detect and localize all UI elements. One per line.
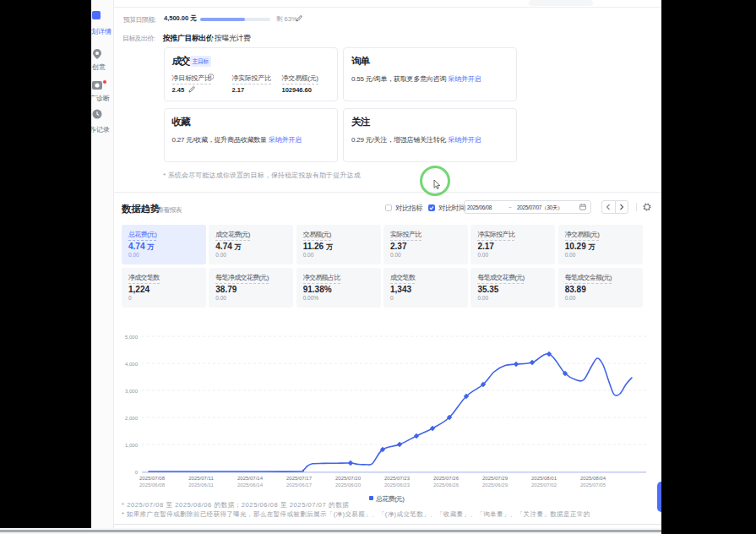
svg-text:0: 0	[135, 470, 139, 475]
svg-text:2025/07/20: 2025/07/20	[335, 476, 362, 481]
svg-text:2025/06/11: 2025/06/11	[188, 482, 214, 488]
svg-text:1,000: 1,000	[125, 443, 139, 448]
svg-text:2025/06/14: 2025/06/14	[237, 482, 264, 488]
svg-text:2025/07/08: 2025/07/08	[139, 476, 166, 481]
svg-text:2025/07/11: 2025/07/11	[188, 476, 214, 481]
svg-text:2025/06/08: 2025/06/08	[139, 482, 166, 488]
svg-text:2025/07/05: 2025/07/05	[580, 482, 606, 488]
svg-text:2025/06/26: 2025/06/26	[433, 482, 460, 488]
svg-text:2025/07/29: 2025/07/29	[482, 476, 509, 481]
svg-text:3,000: 3,000	[125, 389, 139, 394]
svg-text:2025/06/23: 2025/06/23	[384, 482, 411, 488]
svg-text:2025/06/17: 2025/06/17	[286, 482, 313, 488]
svg-text:总花费(元): 总花费(元)	[375, 495, 405, 503]
svg-text:2025/06/20: 2025/06/20	[335, 482, 362, 488]
svg-text:2,000: 2,000	[125, 416, 139, 421]
svg-text:2025/07/26: 2025/07/26	[433, 476, 460, 481]
svg-text:2025/07/02: 2025/07/02	[531, 482, 557, 488]
svg-text:2025/07/14: 2025/07/14	[237, 476, 264, 481]
svg-text:4,000: 4,000	[125, 362, 139, 367]
svg-text:2025/06/29: 2025/06/29	[482, 482, 509, 488]
svg-text:2025/08/01: 2025/08/01	[531, 476, 557, 481]
svg-text:2025/08/04: 2025/08/04	[580, 476, 606, 481]
svg-text:5,000: 5,000	[125, 335, 139, 340]
svg-text:2025/07/17: 2025/07/17	[286, 476, 313, 481]
svg-text:2025/07/23: 2025/07/23	[384, 476, 411, 481]
